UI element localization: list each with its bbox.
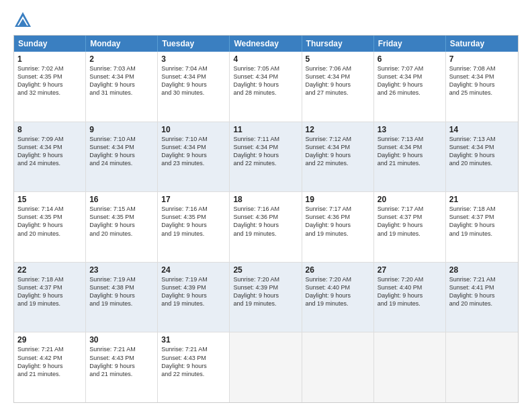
calendar-cell: 1Sunrise: 7:02 AM Sunset: 4:35 PM Daylig… bbox=[14, 52, 86, 122]
calendar-row-0: 1Sunrise: 7:02 AM Sunset: 4:35 PM Daylig… bbox=[14, 52, 518, 122]
cell-info: Sunrise: 7:07 AM Sunset: 4:34 PM Dayligh… bbox=[378, 64, 442, 97]
cell-info: Sunrise: 7:20 AM Sunset: 4:40 PM Dayligh… bbox=[306, 275, 370, 308]
day-number: 2 bbox=[89, 54, 154, 64]
day-number: 22 bbox=[17, 265, 82, 275]
day-number: 21 bbox=[449, 195, 515, 204]
cell-info: Sunrise: 7:06 AM Sunset: 4:34 PM Dayligh… bbox=[306, 64, 370, 97]
cell-info: Sunrise: 7:21 AM Sunset: 4:43 PM Dayligh… bbox=[89, 345, 154, 378]
calendar-cell: 18Sunrise: 7:16 AM Sunset: 4:36 PM Dayli… bbox=[230, 192, 302, 262]
day-number: 15 bbox=[17, 195, 82, 204]
cell-info: Sunrise: 7:10 AM Sunset: 4:34 PM Dayligh… bbox=[89, 135, 154, 168]
header-cell-thursday: Thursday bbox=[302, 36, 374, 52]
cell-info: Sunrise: 7:16 AM Sunset: 4:36 PM Dayligh… bbox=[233, 205, 298, 238]
calendar-row-3: 22Sunrise: 7:18 AM Sunset: 4:37 PM Dayli… bbox=[14, 263, 518, 333]
calendar-cell: 22Sunrise: 7:18 AM Sunset: 4:37 PM Dayli… bbox=[14, 263, 86, 332]
day-number: 20 bbox=[378, 195, 442, 204]
cell-info: Sunrise: 7:08 AM Sunset: 4:34 PM Dayligh… bbox=[449, 64, 515, 97]
cell-info: Sunrise: 7:13 AM Sunset: 4:34 PM Dayligh… bbox=[378, 135, 442, 168]
cell-info: Sunrise: 7:04 AM Sunset: 4:34 PM Dayligh… bbox=[161, 64, 226, 97]
calendar-cell: 5Sunrise: 7:06 AM Sunset: 4:34 PM Daylig… bbox=[302, 52, 374, 122]
header-cell-friday: Friday bbox=[374, 36, 446, 52]
calendar-cell: 4Sunrise: 7:05 AM Sunset: 4:34 PM Daylig… bbox=[230, 52, 302, 122]
day-number: 9 bbox=[89, 125, 154, 134]
logo bbox=[13, 11, 35, 30]
calendar-cell: 3Sunrise: 7:04 AM Sunset: 4:34 PM Daylig… bbox=[158, 52, 230, 122]
day-number: 25 bbox=[233, 265, 298, 275]
calendar-cell: 19Sunrise: 7:17 AM Sunset: 4:36 PM Dayli… bbox=[302, 192, 374, 262]
calendar-cell bbox=[374, 332, 446, 402]
calendar-cell: 11Sunrise: 7:11 AM Sunset: 4:34 PM Dayli… bbox=[230, 122, 302, 192]
calendar-cell bbox=[230, 332, 302, 402]
day-number: 4 bbox=[233, 54, 298, 64]
day-number: 27 bbox=[378, 265, 442, 275]
cell-info: Sunrise: 7:21 AM Sunset: 4:43 PM Dayligh… bbox=[161, 345, 226, 378]
cell-info: Sunrise: 7:20 AM Sunset: 4:40 PM Dayligh… bbox=[378, 275, 442, 308]
calendar-cell bbox=[302, 332, 374, 402]
cell-info: Sunrise: 7:19 AM Sunset: 4:39 PM Dayligh… bbox=[161, 275, 226, 308]
calendar: SundayMondayTuesdayWednesdayThursdayFrid… bbox=[13, 35, 519, 403]
day-number: 18 bbox=[233, 195, 298, 204]
cell-info: Sunrise: 7:12 AM Sunset: 4:34 PM Dayligh… bbox=[306, 135, 370, 168]
page: SundayMondayTuesdayWednesdayThursdayFrid… bbox=[0, 0, 532, 411]
cell-info: Sunrise: 7:05 AM Sunset: 4:34 PM Dayligh… bbox=[233, 64, 298, 97]
calendar-row-1: 8Sunrise: 7:09 AM Sunset: 4:34 PM Daylig… bbox=[14, 122, 518, 193]
day-number: 10 bbox=[161, 125, 226, 134]
day-number: 3 bbox=[161, 54, 226, 64]
cell-info: Sunrise: 7:15 AM Sunset: 4:35 PM Dayligh… bbox=[89, 205, 154, 238]
day-number: 26 bbox=[306, 265, 370, 275]
cell-info: Sunrise: 7:21 AM Sunset: 4:42 PM Dayligh… bbox=[17, 345, 82, 378]
calendar-cell: 23Sunrise: 7:19 AM Sunset: 4:38 PM Dayli… bbox=[86, 263, 158, 332]
cell-info: Sunrise: 7:17 AM Sunset: 4:37 PM Dayligh… bbox=[378, 205, 442, 238]
calendar-cell: 6Sunrise: 7:07 AM Sunset: 4:34 PM Daylig… bbox=[374, 52, 446, 122]
header-cell-tuesday: Tuesday bbox=[158, 36, 230, 52]
cell-info: Sunrise: 7:16 AM Sunset: 4:35 PM Dayligh… bbox=[161, 205, 226, 238]
cell-info: Sunrise: 7:14 AM Sunset: 4:35 PM Dayligh… bbox=[17, 205, 82, 238]
day-number: 12 bbox=[306, 125, 370, 134]
header-cell-wednesday: Wednesday bbox=[230, 36, 302, 52]
calendar-cell: 15Sunrise: 7:14 AM Sunset: 4:35 PM Dayli… bbox=[14, 192, 86, 262]
cell-info: Sunrise: 7:21 AM Sunset: 4:41 PM Dayligh… bbox=[449, 275, 515, 308]
day-number: 6 bbox=[378, 54, 442, 64]
day-number: 31 bbox=[161, 335, 226, 345]
calendar-cell: 16Sunrise: 7:15 AM Sunset: 4:35 PM Dayli… bbox=[86, 192, 158, 262]
header bbox=[13, 11, 519, 30]
header-cell-saturday: Saturday bbox=[446, 36, 518, 52]
calendar-cell: 2Sunrise: 7:03 AM Sunset: 4:34 PM Daylig… bbox=[86, 52, 158, 122]
header-cell-monday: Monday bbox=[86, 36, 158, 52]
cell-info: Sunrise: 7:11 AM Sunset: 4:34 PM Dayligh… bbox=[233, 135, 298, 168]
calendar-cell: 31Sunrise: 7:21 AM Sunset: 4:43 PM Dayli… bbox=[158, 332, 230, 402]
cell-info: Sunrise: 7:03 AM Sunset: 4:34 PM Dayligh… bbox=[89, 64, 154, 97]
calendar-cell: 7Sunrise: 7:08 AM Sunset: 4:34 PM Daylig… bbox=[446, 52, 518, 122]
calendar-cell: 8Sunrise: 7:09 AM Sunset: 4:34 PM Daylig… bbox=[14, 122, 86, 192]
calendar-cell: 17Sunrise: 7:16 AM Sunset: 4:35 PM Dayli… bbox=[158, 192, 230, 262]
calendar-cell: 13Sunrise: 7:13 AM Sunset: 4:34 PM Dayli… bbox=[374, 122, 446, 192]
logo-icon bbox=[13, 11, 32, 30]
day-number: 8 bbox=[17, 125, 82, 134]
cell-info: Sunrise: 7:13 AM Sunset: 4:34 PM Dayligh… bbox=[449, 135, 515, 168]
cell-info: Sunrise: 7:18 AM Sunset: 4:37 PM Dayligh… bbox=[17, 275, 82, 308]
day-number: 23 bbox=[89, 265, 154, 275]
calendar-cell: 12Sunrise: 7:12 AM Sunset: 4:34 PM Dayli… bbox=[302, 122, 374, 192]
cell-info: Sunrise: 7:02 AM Sunset: 4:35 PM Dayligh… bbox=[17, 64, 82, 97]
header-cell-sunday: Sunday bbox=[14, 36, 86, 52]
cell-info: Sunrise: 7:09 AM Sunset: 4:34 PM Dayligh… bbox=[17, 135, 82, 168]
calendar-header: SundayMondayTuesdayWednesdayThursdayFrid… bbox=[14, 36, 518, 52]
calendar-row-4: 29Sunrise: 7:21 AM Sunset: 4:42 PM Dayli… bbox=[14, 332, 518, 402]
calendar-body: 1Sunrise: 7:02 AM Sunset: 4:35 PM Daylig… bbox=[14, 52, 518, 402]
calendar-cell: 20Sunrise: 7:17 AM Sunset: 4:37 PM Dayli… bbox=[374, 192, 446, 262]
calendar-cell: 29Sunrise: 7:21 AM Sunset: 4:42 PM Dayli… bbox=[14, 332, 86, 402]
cell-info: Sunrise: 7:20 AM Sunset: 4:39 PM Dayligh… bbox=[233, 275, 298, 308]
calendar-cell: 24Sunrise: 7:19 AM Sunset: 4:39 PM Dayli… bbox=[158, 263, 230, 332]
day-number: 11 bbox=[233, 125, 298, 134]
day-number: 5 bbox=[306, 54, 370, 64]
day-number: 29 bbox=[17, 335, 82, 345]
day-number: 24 bbox=[161, 265, 226, 275]
calendar-cell: 26Sunrise: 7:20 AM Sunset: 4:40 PM Dayli… bbox=[302, 263, 374, 332]
calendar-cell: 30Sunrise: 7:21 AM Sunset: 4:43 PM Dayli… bbox=[86, 332, 158, 402]
day-number: 17 bbox=[161, 195, 226, 204]
calendar-cell: 14Sunrise: 7:13 AM Sunset: 4:34 PM Dayli… bbox=[446, 122, 518, 192]
calendar-cell: 28Sunrise: 7:21 AM Sunset: 4:41 PM Dayli… bbox=[446, 263, 518, 332]
cell-info: Sunrise: 7:19 AM Sunset: 4:38 PM Dayligh… bbox=[89, 275, 154, 308]
calendar-cell: 25Sunrise: 7:20 AM Sunset: 4:39 PM Dayli… bbox=[230, 263, 302, 332]
cell-info: Sunrise: 7:17 AM Sunset: 4:36 PM Dayligh… bbox=[306, 205, 370, 238]
